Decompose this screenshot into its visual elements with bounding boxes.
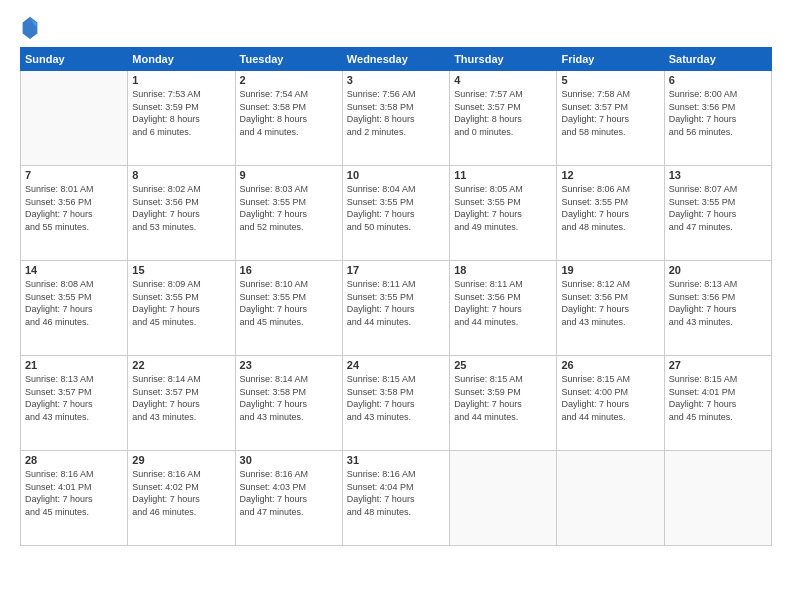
day-cell: 5Sunrise: 7:58 AM Sunset: 3:57 PM Daylig… xyxy=(557,71,664,166)
day-number: 10 xyxy=(347,169,445,181)
day-number: 1 xyxy=(132,74,230,86)
day-info: Sunrise: 8:04 AM Sunset: 3:55 PM Dayligh… xyxy=(347,183,445,233)
day-number: 4 xyxy=(454,74,552,86)
day-cell: 16Sunrise: 8:10 AM Sunset: 3:55 PM Dayli… xyxy=(235,261,342,356)
day-cell xyxy=(557,451,664,546)
header xyxy=(20,15,772,39)
day-cell: 6Sunrise: 8:00 AM Sunset: 3:56 PM Daylig… xyxy=(664,71,771,166)
day-cell: 31Sunrise: 8:16 AM Sunset: 4:04 PM Dayli… xyxy=(342,451,449,546)
day-number: 21 xyxy=(25,359,123,371)
day-cell: 12Sunrise: 8:06 AM Sunset: 3:55 PM Dayli… xyxy=(557,166,664,261)
day-number: 25 xyxy=(454,359,552,371)
day-number: 5 xyxy=(561,74,659,86)
day-cell xyxy=(450,451,557,546)
week-row-5: 28Sunrise: 8:16 AM Sunset: 4:01 PM Dayli… xyxy=(21,451,772,546)
day-cell: 29Sunrise: 8:16 AM Sunset: 4:02 PM Dayli… xyxy=(128,451,235,546)
day-info: Sunrise: 7:53 AM Sunset: 3:59 PM Dayligh… xyxy=(132,88,230,138)
logo xyxy=(20,15,42,39)
day-cell: 18Sunrise: 8:11 AM Sunset: 3:56 PM Dayli… xyxy=(450,261,557,356)
day-number: 26 xyxy=(561,359,659,371)
calendar-table: SundayMondayTuesdayWednesdayThursdayFrid… xyxy=(20,47,772,546)
day-cell: 14Sunrise: 8:08 AM Sunset: 3:55 PM Dayli… xyxy=(21,261,128,356)
day-number: 29 xyxy=(132,454,230,466)
svg-marker-0 xyxy=(23,17,38,39)
day-info: Sunrise: 8:16 AM Sunset: 4:01 PM Dayligh… xyxy=(25,468,123,518)
day-cell xyxy=(664,451,771,546)
day-number: 20 xyxy=(669,264,767,276)
day-cell: 3Sunrise: 7:56 AM Sunset: 3:58 PM Daylig… xyxy=(342,71,449,166)
day-info: Sunrise: 8:09 AM Sunset: 3:55 PM Dayligh… xyxy=(132,278,230,328)
day-cell: 1Sunrise: 7:53 AM Sunset: 3:59 PM Daylig… xyxy=(128,71,235,166)
day-number: 30 xyxy=(240,454,338,466)
day-number: 23 xyxy=(240,359,338,371)
day-number: 6 xyxy=(669,74,767,86)
day-info: Sunrise: 8:06 AM Sunset: 3:55 PM Dayligh… xyxy=(561,183,659,233)
day-number: 8 xyxy=(132,169,230,181)
logo-icon xyxy=(20,15,40,39)
day-info: Sunrise: 8:01 AM Sunset: 3:56 PM Dayligh… xyxy=(25,183,123,233)
day-cell: 30Sunrise: 8:16 AM Sunset: 4:03 PM Dayli… xyxy=(235,451,342,546)
day-info: Sunrise: 8:02 AM Sunset: 3:56 PM Dayligh… xyxy=(132,183,230,233)
day-cell: 10Sunrise: 8:04 AM Sunset: 3:55 PM Dayli… xyxy=(342,166,449,261)
day-info: Sunrise: 7:54 AM Sunset: 3:58 PM Dayligh… xyxy=(240,88,338,138)
day-info: Sunrise: 8:11 AM Sunset: 3:56 PM Dayligh… xyxy=(454,278,552,328)
day-cell: 26Sunrise: 8:15 AM Sunset: 4:00 PM Dayli… xyxy=(557,356,664,451)
day-number: 15 xyxy=(132,264,230,276)
day-info: Sunrise: 8:13 AM Sunset: 3:56 PM Dayligh… xyxy=(669,278,767,328)
day-number: 24 xyxy=(347,359,445,371)
day-number: 11 xyxy=(454,169,552,181)
day-info: Sunrise: 8:15 AM Sunset: 4:01 PM Dayligh… xyxy=(669,373,767,423)
weekday-header-thursday: Thursday xyxy=(450,48,557,71)
day-cell: 7Sunrise: 8:01 AM Sunset: 3:56 PM Daylig… xyxy=(21,166,128,261)
day-number: 27 xyxy=(669,359,767,371)
day-cell: 13Sunrise: 8:07 AM Sunset: 3:55 PM Dayli… xyxy=(664,166,771,261)
day-info: Sunrise: 8:14 AM Sunset: 3:58 PM Dayligh… xyxy=(240,373,338,423)
day-info: Sunrise: 8:13 AM Sunset: 3:57 PM Dayligh… xyxy=(25,373,123,423)
day-info: Sunrise: 8:05 AM Sunset: 3:55 PM Dayligh… xyxy=(454,183,552,233)
day-info: Sunrise: 8:15 AM Sunset: 3:58 PM Dayligh… xyxy=(347,373,445,423)
day-info: Sunrise: 8:16 AM Sunset: 4:04 PM Dayligh… xyxy=(347,468,445,518)
day-number: 7 xyxy=(25,169,123,181)
weekday-header-sunday: Sunday xyxy=(21,48,128,71)
day-cell xyxy=(21,71,128,166)
day-info: Sunrise: 8:15 AM Sunset: 4:00 PM Dayligh… xyxy=(561,373,659,423)
day-info: Sunrise: 8:07 AM Sunset: 3:55 PM Dayligh… xyxy=(669,183,767,233)
day-cell: 8Sunrise: 8:02 AM Sunset: 3:56 PM Daylig… xyxy=(128,166,235,261)
day-number: 31 xyxy=(347,454,445,466)
weekday-header-tuesday: Tuesday xyxy=(235,48,342,71)
weekday-header-wednesday: Wednesday xyxy=(342,48,449,71)
day-info: Sunrise: 7:56 AM Sunset: 3:58 PM Dayligh… xyxy=(347,88,445,138)
day-info: Sunrise: 8:16 AM Sunset: 4:02 PM Dayligh… xyxy=(132,468,230,518)
day-cell: 20Sunrise: 8:13 AM Sunset: 3:56 PM Dayli… xyxy=(664,261,771,356)
day-number: 9 xyxy=(240,169,338,181)
day-cell: 27Sunrise: 8:15 AM Sunset: 4:01 PM Dayli… xyxy=(664,356,771,451)
day-number: 22 xyxy=(132,359,230,371)
day-info: Sunrise: 8:11 AM Sunset: 3:55 PM Dayligh… xyxy=(347,278,445,328)
day-cell: 4Sunrise: 7:57 AM Sunset: 3:57 PM Daylig… xyxy=(450,71,557,166)
day-info: Sunrise: 8:00 AM Sunset: 3:56 PM Dayligh… xyxy=(669,88,767,138)
day-cell: 11Sunrise: 8:05 AM Sunset: 3:55 PM Dayli… xyxy=(450,166,557,261)
day-number: 18 xyxy=(454,264,552,276)
day-cell: 17Sunrise: 8:11 AM Sunset: 3:55 PM Dayli… xyxy=(342,261,449,356)
day-info: Sunrise: 8:12 AM Sunset: 3:56 PM Dayligh… xyxy=(561,278,659,328)
day-info: Sunrise: 8:08 AM Sunset: 3:55 PM Dayligh… xyxy=(25,278,123,328)
day-cell: 24Sunrise: 8:15 AM Sunset: 3:58 PM Dayli… xyxy=(342,356,449,451)
day-cell: 19Sunrise: 8:12 AM Sunset: 3:56 PM Dayli… xyxy=(557,261,664,356)
day-cell: 2Sunrise: 7:54 AM Sunset: 3:58 PM Daylig… xyxy=(235,71,342,166)
weekday-header-saturday: Saturday xyxy=(664,48,771,71)
day-number: 14 xyxy=(25,264,123,276)
day-number: 2 xyxy=(240,74,338,86)
day-number: 13 xyxy=(669,169,767,181)
week-row-4: 21Sunrise: 8:13 AM Sunset: 3:57 PM Dayli… xyxy=(21,356,772,451)
day-cell: 25Sunrise: 8:15 AM Sunset: 3:59 PM Dayli… xyxy=(450,356,557,451)
day-info: Sunrise: 8:03 AM Sunset: 3:55 PM Dayligh… xyxy=(240,183,338,233)
day-number: 16 xyxy=(240,264,338,276)
day-number: 3 xyxy=(347,74,445,86)
week-row-3: 14Sunrise: 8:08 AM Sunset: 3:55 PM Dayli… xyxy=(21,261,772,356)
weekday-header-monday: Monday xyxy=(128,48,235,71)
day-cell: 15Sunrise: 8:09 AM Sunset: 3:55 PM Dayli… xyxy=(128,261,235,356)
day-cell: 23Sunrise: 8:14 AM Sunset: 3:58 PM Dayli… xyxy=(235,356,342,451)
day-number: 17 xyxy=(347,264,445,276)
day-info: Sunrise: 8:15 AM Sunset: 3:59 PM Dayligh… xyxy=(454,373,552,423)
day-number: 12 xyxy=(561,169,659,181)
